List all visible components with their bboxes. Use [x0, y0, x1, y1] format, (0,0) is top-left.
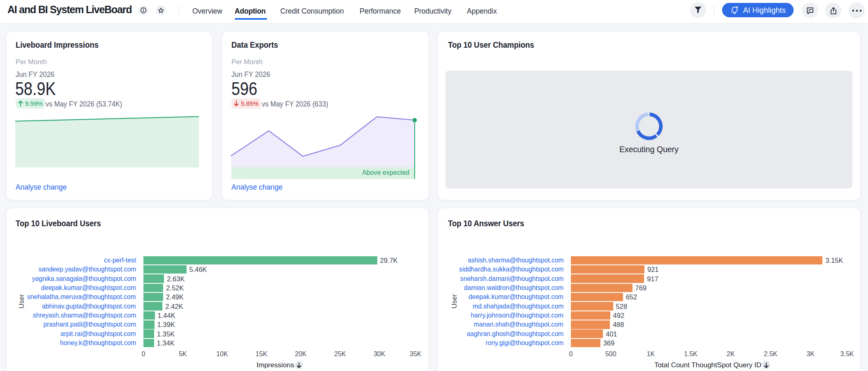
svg-text:Above expected: Above expected: [362, 169, 409, 176]
